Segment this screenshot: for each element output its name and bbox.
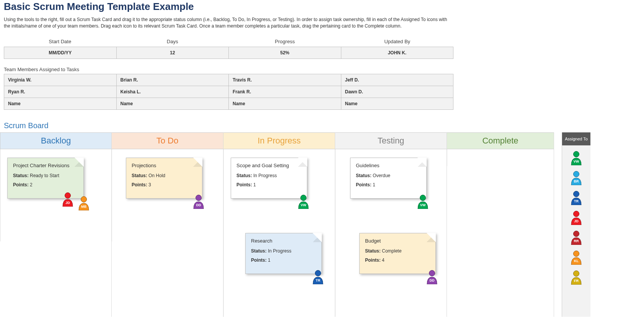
status-value: In Progress xyxy=(268,248,291,254)
person-icon-vw[interactable]: VW xyxy=(570,151,583,165)
points-label: Points: xyxy=(132,182,147,187)
person-icon-tr[interactable]: TR xyxy=(570,191,583,205)
status-value: In Progress xyxy=(253,173,277,178)
team-cell[interactable]: Dawn D. xyxy=(341,86,453,98)
points-label: Points: xyxy=(236,182,252,187)
status-value: On Hold xyxy=(148,173,165,178)
svg-point-6 xyxy=(420,195,426,200)
assignee-icon[interactable]: VW xyxy=(416,194,429,209)
summary-header-updated-by: Updated By xyxy=(341,36,453,47)
column-header-todo: To Do xyxy=(112,132,223,149)
team-cell[interactable]: Frank R. xyxy=(228,86,341,98)
column-todo[interactable]: To Do Projections Status: On Hold Points… xyxy=(112,132,223,317)
svg-point-7 xyxy=(429,270,435,276)
points-value: 3 xyxy=(148,182,151,187)
page-title: Basic Scrum Meeting Template Example xyxy=(4,0,640,16)
status-label: Status: xyxy=(356,173,372,178)
assigned-to-sidebar: Assigned To VW BR TR JD RR KL FR xyxy=(562,132,590,317)
summary-value-progress[interactable]: 52% xyxy=(229,47,341,59)
card-title: Budget xyxy=(365,238,430,244)
team-cell[interactable]: Jeff D. xyxy=(341,74,453,86)
person-icon-br[interactable]: BR xyxy=(570,171,583,185)
scrum-board: Backlog Project Charter Revisions Status… xyxy=(0,132,644,317)
team-cell[interactable]: Travis R. xyxy=(228,74,341,86)
team-members-table: Virginia W. Brian R. Travis R. Jeff D. R… xyxy=(4,74,453,110)
column-complete[interactable]: Complete xyxy=(447,132,554,317)
column-backlog[interactable]: Backlog Project Charter Revisions Status… xyxy=(0,132,112,317)
svg-point-2 xyxy=(81,196,87,202)
person-icon-fr[interactable]: FR xyxy=(570,270,583,285)
card-title: Research xyxy=(251,238,316,244)
summary-value-start-date[interactable]: MM/DD/YY xyxy=(4,47,117,59)
points-label: Points: xyxy=(251,257,267,263)
card-title: Projections xyxy=(132,163,197,168)
svg-point-1 xyxy=(65,192,71,198)
card-title: Scope and Goal Setting xyxy=(236,163,302,168)
svg-point-10 xyxy=(574,191,579,197)
points-value: 1 xyxy=(268,257,271,263)
person-icon-jd[interactable]: JD xyxy=(570,210,583,225)
team-section-label: Team Members Assigned to Tasks xyxy=(4,59,640,74)
assignee-icon[interactable]: VW xyxy=(297,194,310,209)
summary-value-days[interactable]: 12 xyxy=(117,47,229,59)
task-card[interactable]: Scope and Goal Setting Status: In Progre… xyxy=(231,158,307,199)
sidebar-header: Assigned To xyxy=(562,132,590,145)
svg-point-12 xyxy=(574,231,579,236)
task-card[interactable]: Research Status: In Progress Points: 1 T… xyxy=(245,233,322,274)
svg-point-9 xyxy=(574,171,579,177)
person-icon-rr[interactable]: RR xyxy=(570,230,583,245)
assignee-icon[interactable]: DD xyxy=(426,270,439,284)
summary-value-updated-by[interactable]: JOHN K. xyxy=(341,47,454,59)
svg-point-4 xyxy=(301,195,307,200)
task-card[interactable]: Guidelines Status: Overdue Points: 1 VW xyxy=(350,158,427,199)
svg-point-5 xyxy=(315,270,321,276)
team-cell-empty[interactable]: Name xyxy=(116,98,229,109)
points-value: 4 xyxy=(382,257,385,263)
points-value: 1 xyxy=(373,182,375,187)
summary-header-start-date: Start Date xyxy=(4,36,116,47)
points-value: 2 xyxy=(30,182,33,187)
summary-table: Start Date Days Progress Updated By MM/D… xyxy=(4,36,453,59)
column-inprogress[interactable]: In Progress Scope and Goal Setting Statu… xyxy=(223,132,335,317)
status-value: Complete xyxy=(382,248,401,254)
task-card[interactable]: Budget Status: Complete Points: 4 DD xyxy=(359,233,436,274)
team-cell[interactable]: Keisha L. xyxy=(116,86,229,98)
team-cell-empty[interactable]: Name xyxy=(4,98,116,109)
points-value: 1 xyxy=(253,182,256,187)
assignee-icon[interactable]: JD xyxy=(61,192,74,207)
status-label: Status: xyxy=(13,173,29,178)
summary-header-progress: Progress xyxy=(229,36,341,47)
status-value: Overdue xyxy=(373,173,390,178)
status-value: Ready to Start xyxy=(30,173,59,178)
summary-header-days: Days xyxy=(116,36,229,47)
column-header-backlog: Backlog xyxy=(0,132,111,149)
column-header-testing: Testing xyxy=(335,132,447,149)
points-label: Points: xyxy=(13,182,29,187)
task-card[interactable]: Project Charter Revisions Status: Ready … xyxy=(7,158,84,199)
column-testing[interactable]: Testing Guidelines Status: Overdue Point… xyxy=(335,132,447,317)
scrum-board-title: Scrum Board xyxy=(4,110,640,132)
instructions-text: Using the tools to the right, fill out a… xyxy=(4,16,452,36)
team-cell-empty[interactable]: Name xyxy=(341,98,453,109)
status-label: Status: xyxy=(251,248,267,254)
assignee-icon[interactable]: DD xyxy=(192,194,205,209)
card-title: Project Charter Revisions xyxy=(13,163,78,168)
column-header-complete: Complete xyxy=(447,132,554,149)
team-cell-empty[interactable]: Name xyxy=(228,98,341,109)
svg-point-14 xyxy=(574,270,579,276)
status-label: Status: xyxy=(236,173,252,178)
assignee-icon[interactable]: TR xyxy=(311,270,324,284)
status-label: Status: xyxy=(365,248,381,254)
team-cell[interactable]: Ryan R. xyxy=(4,86,116,98)
person-icon-kl[interactable]: KL xyxy=(570,250,583,265)
svg-point-8 xyxy=(574,151,579,157)
team-cell[interactable]: Virginia W. xyxy=(4,74,116,86)
team-cell[interactable]: Brian R. xyxy=(116,74,229,86)
svg-point-11 xyxy=(574,211,579,217)
status-label: Status: xyxy=(132,173,147,178)
points-label: Points: xyxy=(356,182,372,187)
task-card[interactable]: Projections Status: On Hold Points: 3 DD xyxy=(126,158,202,199)
points-label: Points: xyxy=(365,257,381,263)
assignee-icon[interactable]: MB xyxy=(77,196,90,210)
card-title: Guidelines xyxy=(356,163,421,168)
